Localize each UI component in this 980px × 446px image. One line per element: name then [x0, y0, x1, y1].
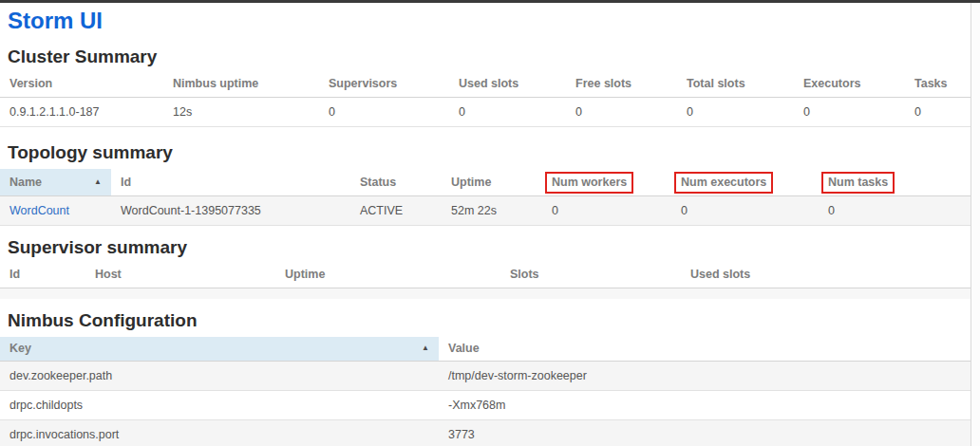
cell-key: drpc.invocations.port [0, 419, 439, 446]
cell-value: -Xmx768m [439, 390, 980, 419]
sort-ascending-icon: ▲ [94, 178, 102, 186]
cell-used-slots: 0 [449, 98, 566, 127]
table-row: WordCount WordCount-1-1395077335 ACTIVE … [0, 196, 980, 226]
column-header-key[interactable]: ▲ Key [0, 337, 439, 362]
table-header-row: Id Host Uptime Slots Used slots [0, 264, 980, 288]
nimbus-configuration-table: ▲ Key Value dev.zookeeper.path /tmp/dev-… [0, 337, 980, 446]
nimbus-configuration-heading: Nimbus Configuration [8, 310, 980, 331]
annotation-box-num-executors: Num executors [674, 172, 773, 194]
cluster-summary-table: Version Nimbus uptime Supervisors Used s… [0, 73, 980, 127]
column-header-value[interactable]: Value [439, 337, 980, 362]
cell-version: 0.9.1.2.1.1.0-187 [0, 98, 163, 127]
column-header-num-workers[interactable]: Num workers [542, 169, 671, 196]
cell-status: ACTIVE [350, 196, 442, 226]
cell-uptime: 52m 22s [442, 196, 542, 226]
column-header-uptime[interactable]: Uptime [275, 264, 500, 288]
supervisor-summary-heading: Supervisor summary [8, 237, 980, 258]
column-header-uptime[interactable]: Uptime [442, 169, 542, 196]
cell-num-workers: 0 [542, 196, 671, 226]
page-title: Storm UI [8, 8, 980, 34]
column-header-used-slots[interactable]: Used slots [449, 73, 566, 98]
empty-row [0, 288, 980, 299]
supervisor-summary-table: Id Host Uptime Slots Used slots [0, 264, 980, 299]
column-header-version[interactable]: Version [0, 73, 163, 98]
cell-value: 3773 [439, 419, 980, 446]
table-row: drpc.invocations.port 3773 [0, 419, 980, 446]
column-header-id[interactable]: Id [0, 264, 85, 288]
column-header-num-tasks-label: Num tasks [828, 176, 888, 189]
column-header-name[interactable]: ▲ Name [0, 169, 111, 196]
table-header-row: ▲ Name Id Status Uptime Num workers Num … [0, 169, 980, 196]
column-header-executors[interactable]: Executors [794, 73, 905, 98]
cluster-summary-section: Cluster Summary Version Nimbus uptime Su… [0, 46, 980, 127]
empty-row-cell [0, 288, 980, 299]
column-header-num-tasks[interactable]: Num tasks [819, 169, 980, 196]
cell-total-slots: 0 [677, 98, 794, 127]
annotation-box-num-workers: Num workers [545, 172, 633, 194]
topology-link[interactable]: WordCount [9, 204, 69, 217]
nimbus-configuration-section: Nimbus Configuration ▲ Key Value dev.zoo… [0, 310, 980, 446]
cell-supervisors: 0 [319, 98, 449, 127]
column-header-free-slots[interactable]: Free slots [566, 73, 677, 98]
topology-summary-section: Topology summary ▲ Name Id Status Uptime… [0, 142, 980, 226]
column-header-status[interactable]: Status [350, 169, 442, 196]
table-row: dev.zookeeper.path /tmp/dev-storm-zookee… [0, 361, 980, 390]
cluster-summary-heading: Cluster Summary [8, 46, 980, 67]
column-header-nimbus-uptime[interactable]: Nimbus uptime [163, 73, 319, 98]
cell-num-tasks: 0 [819, 196, 980, 226]
supervisor-summary-section: Supervisor summary Id Host Uptime Slots … [0, 237, 980, 299]
sort-ascending-icon: ▲ [422, 344, 429, 352]
column-header-slots[interactable]: Slots [500, 264, 681, 288]
cell-tasks: 0 [905, 98, 980, 127]
cell-key: drpc.childopts [0, 390, 439, 419]
table-header-row: ▲ Key Value [0, 337, 980, 362]
browser-chrome-edge [0, 0, 980, 3]
column-header-host[interactable]: Host [85, 264, 275, 288]
cell-value: /tmp/dev-storm-zookeeper [439, 361, 980, 390]
column-header-tasks[interactable]: Tasks [905, 73, 980, 98]
column-header-key-label: Key [9, 342, 31, 355]
table-header-row: Version Nimbus uptime Supervisors Used s… [0, 73, 980, 98]
cell-executors: 0 [794, 98, 905, 127]
cell-nimbus-uptime: 12s [163, 98, 319, 127]
column-header-num-executors-label: Num executors [681, 176, 766, 189]
column-header-supervisors[interactable]: Supervisors [319, 73, 449, 98]
column-header-name-label: Name [9, 176, 42, 189]
cell-key: dev.zookeeper.path [0, 361, 439, 390]
column-header-used-slots[interactable]: Used slots [681, 264, 980, 288]
scrollbar-gutter[interactable] [971, 3, 980, 446]
cell-name: WordCount [0, 196, 111, 226]
cell-id: WordCount-1-1395077335 [111, 196, 350, 226]
column-header-total-slots[interactable]: Total slots [677, 73, 794, 98]
annotation-box-num-tasks: Num tasks [821, 172, 895, 194]
column-header-id[interactable]: Id [111, 169, 350, 196]
topology-summary-table: ▲ Name Id Status Uptime Num workers Num … [0, 169, 980, 226]
topology-summary-heading: Topology summary [8, 142, 980, 163]
column-header-num-executors[interactable]: Num executors [671, 169, 819, 196]
table-row: 0.9.1.2.1.1.0-187 12s 0 0 0 0 0 0 [0, 98, 980, 127]
column-header-num-workers-label: Num workers [552, 176, 627, 189]
cell-free-slots: 0 [566, 98, 677, 127]
table-row: drpc.childopts -Xmx768m [0, 390, 980, 419]
cell-num-executors: 0 [671, 196, 819, 226]
